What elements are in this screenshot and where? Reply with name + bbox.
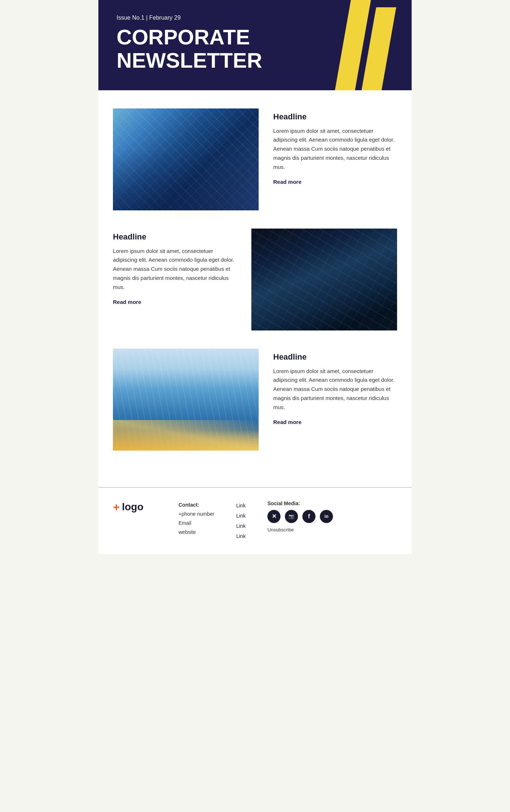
article-row-1: Headline Lorem ipsum dolor sit amet, con…: [113, 108, 397, 210]
article-1-read-more[interactable]: Read more: [273, 179, 302, 185]
article-1-body: Lorem ipsum dolor sit amet, consectetuer…: [273, 127, 397, 172]
footer-link-3[interactable]: Link: [236, 521, 246, 531]
article-row-3: Headline Lorem ipsum dolor sit amet, con…: [113, 349, 397, 451]
social-icons-row: ✕ 📷 f in: [267, 510, 333, 523]
building-image-3: [113, 349, 259, 451]
social-icon-facebook[interactable]: f: [302, 510, 315, 523]
footer-links: Link Link Link Link: [236, 500, 246, 541]
footer-social: Social Media: ✕ 📷 f in Unsubscribe: [267, 500, 333, 532]
footer-link-2[interactable]: Link: [236, 511, 246, 521]
article-2-headline: Headline: [113, 232, 237, 242]
social-icon-linkedin[interactable]: in: [320, 510, 333, 523]
social-label: Social Media:: [267, 500, 333, 506]
logo-plus: +: [113, 500, 120, 514]
article-2-read-more[interactable]: Read more: [113, 299, 141, 305]
footer: +logo Contact: +phone number Email websi…: [98, 487, 412, 554]
footer-link-1[interactable]: Link: [236, 500, 246, 511]
header: Issue No.1 | February 29 CORPORATE NEWSL…: [98, 0, 412, 90]
article-2-text: Headline Lorem ipsum dolor sit amet, con…: [113, 229, 237, 306]
article-3-text: Headline Lorem ipsum dolor sit amet, con…: [273, 349, 397, 426]
footer-link-4[interactable]: Link: [236, 531, 246, 541]
footer-contact: Contact: +phone number Email website: [178, 500, 214, 537]
social-icon-x[interactable]: ✕: [267, 510, 280, 523]
building-image-2: [251, 229, 397, 330]
article-3-headline: Headline: [273, 352, 397, 362]
contact-label: Contact:: [178, 500, 214, 510]
header-decoration: [343, 0, 390, 90]
article-2-image: [251, 229, 397, 330]
article-3-image: [113, 349, 259, 451]
article-3-read-more[interactable]: Read more: [273, 419, 302, 425]
social-icon-instagram[interactable]: 📷: [285, 510, 298, 523]
building-image-1: [113, 108, 259, 210]
article-2-body: Lorem ipsum dolor sit amet, consectetuer…: [113, 247, 237, 292]
contact-email: Email: [178, 519, 214, 528]
article-3-body: Lorem ipsum dolor sit amet, consectetuer…: [273, 367, 397, 412]
article-1-image: [113, 108, 259, 210]
contact-phone: +phone number: [178, 510, 214, 519]
article-1-text: Headline Lorem ipsum dolor sit amet, con…: [273, 108, 397, 186]
article-1-headline: Headline: [273, 112, 397, 122]
logo-text: logo: [122, 501, 144, 513]
content-area: Headline Lorem ipsum dolor sit amet, con…: [98, 90, 412, 487]
article-row-2: Headline Lorem ipsum dolor sit amet, con…: [113, 229, 397, 330]
unsubscribe-link[interactable]: Unsubscribe: [267, 527, 294, 532]
contact-website: website: [178, 528, 214, 537]
footer-logo: +logo: [113, 500, 157, 514]
